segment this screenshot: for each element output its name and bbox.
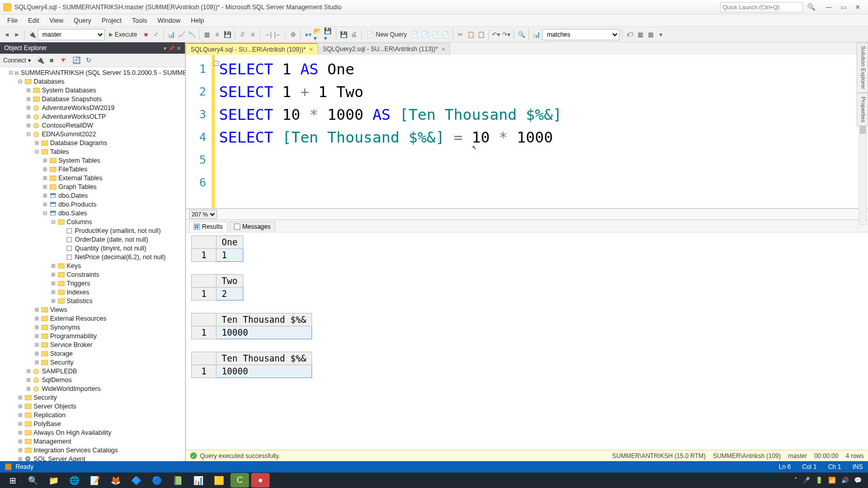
- tree-integration-services[interactable]: ⊞Integration Services Catalogs: [0, 446, 185, 454]
- tree-col-netprice[interactable]: NetPrice (decimal(6,2), not null): [0, 253, 185, 261]
- tree-system-tables[interactable]: ⊞System Tables: [0, 156, 185, 165]
- minimize-button[interactable]: —: [822, 2, 836, 13]
- tree-col-orderdate[interactable]: OrderDate (date, not null): [0, 235, 185, 244]
- stop-icon[interactable]: ■: [141, 30, 150, 39]
- results-text-icon[interactable]: ≡: [212, 30, 222, 39]
- parse-icon[interactable]: ✓: [151, 30, 161, 39]
- tree-adventureworksdw2019[interactable]: ⊞AdventureWorksDW2019: [0, 103, 185, 112]
- quick-launch-input[interactable]: [720, 2, 803, 12]
- taskbar-app1-icon[interactable]: 🟨: [210, 473, 228, 487]
- connection-icon[interactable]: 🔌: [27, 30, 37, 39]
- save-all-icon[interactable]: 💾: [339, 30, 348, 39]
- tree-filetables[interactable]: ⊞FileTables: [0, 165, 185, 174]
- taskbar-powerbi-icon[interactable]: 📊: [189, 473, 208, 487]
- result-header[interactable]: Ten Thousand $%&: [216, 313, 312, 326]
- refresh-icon[interactable]: 🔄: [72, 56, 81, 64]
- tray-mic-icon[interactable]: 🎤: [802, 477, 810, 484]
- outdent-icon[interactable]: |←: [273, 30, 283, 39]
- tree-database-snapshots[interactable]: ⊞Database Snapshots: [0, 95, 185, 103]
- live-stats-icon[interactable]: 📉: [187, 30, 196, 39]
- properties-collapsed[interactable]: Properties: [857, 93, 868, 126]
- nq2-icon[interactable]: 📄: [420, 30, 429, 39]
- comment-icon[interactable]: //: [238, 30, 247, 39]
- tree-database-diagrams[interactable]: ⊞Database Diagrams: [0, 138, 185, 147]
- start-button[interactable]: ⊞: [3, 473, 22, 487]
- tb-misc2-icon[interactable]: ▦: [636, 30, 645, 39]
- row-number[interactable]: 1: [192, 288, 216, 301]
- tree-external-resources[interactable]: ⊞External Resources: [0, 314, 185, 323]
- tree-statistics[interactable]: ⊞Statistics: [0, 296, 185, 305]
- tree-ednasummit2022[interactable]: ⊟EDNASummit2022: [0, 130, 185, 138]
- row-number[interactable]: 1: [192, 326, 216, 339]
- tray-battery-icon[interactable]: 🔋: [815, 477, 823, 484]
- close-icon[interactable]: ✕: [309, 46, 313, 52]
- close-button[interactable]: ✕: [850, 2, 865, 13]
- menu-edit[interactable]: Edit: [23, 15, 44, 26]
- tree-system-databases[interactable]: ⊞System Databases: [0, 86, 185, 95]
- tree-tables[interactable]: ⊟Tables: [0, 147, 185, 156]
- menu-help[interactable]: Help: [185, 15, 209, 26]
- tree-dbo-sales[interactable]: ⊟dbo.Sales: [0, 209, 185, 217]
- tree-replication[interactable]: ⊞Replication: [0, 411, 185, 419]
- tb-misc4-icon[interactable]: ▾: [656, 30, 665, 39]
- taskbar-search-icon[interactable]: 🔍: [24, 473, 42, 487]
- tree-adventureworksoltp[interactable]: ⊞AdventureWorksOLTP: [0, 112, 185, 121]
- open-icon[interactable]: 📂▾: [314, 30, 323, 39]
- messages-tab[interactable]: Messages: [229, 222, 275, 231]
- sync-icon[interactable]: ↻: [86, 56, 91, 64]
- taskbar-vscode-icon[interactable]: 🔷: [127, 473, 146, 487]
- tree-server-root[interactable]: ⊟🖥SUMMER\ANTRIKSH (SQL Server 15.0.2000.…: [0, 68, 185, 77]
- tree-security-db[interactable]: ⊞Security: [0, 358, 185, 367]
- options-icon[interactable]: ⚙: [288, 30, 298, 39]
- tree-col-productkey[interactable]: ProductKey (smallint, not null): [0, 226, 185, 235]
- tree-views[interactable]: ⊞Views: [0, 305, 185, 314]
- taskbar-excel-icon[interactable]: 📗: [168, 473, 187, 487]
- tab-sqlquery4[interactable]: SQLQuery4.sql - SU...ER\Antriksh (109))*…: [186, 43, 318, 55]
- tb-misc3-icon[interactable]: ▦: [646, 30, 655, 39]
- cut-icon[interactable]: ✂: [456, 30, 465, 39]
- tray-wifi-icon[interactable]: 📶: [828, 477, 836, 484]
- new-file-icon[interactable]: ●▾: [303, 30, 313, 39]
- back-icon[interactable]: ◄: [2, 30, 11, 39]
- redo-icon[interactable]: ↷▾: [502, 30, 511, 39]
- result-cell[interactable]: 10000: [216, 326, 312, 339]
- tree-sql-server-agent[interactable]: ⊞⚙SQL Server Agent: [0, 454, 185, 461]
- tree-triggers[interactable]: ⊞Triggers: [0, 279, 185, 288]
- tree-dbo-dates[interactable]: ⊞dbo.Dates: [0, 191, 185, 200]
- tree-storage[interactable]: ⊞Storage: [0, 349, 185, 358]
- tree-columns[interactable]: ⊟Columns: [0, 217, 185, 226]
- taskbar-chrome-icon[interactable]: 🔵: [148, 473, 166, 487]
- code-area[interactable]: - SELECT 1 AS One SELECT 1 + 1 Two SELEC…: [215, 55, 868, 208]
- activity-icon[interactable]: 📊: [532, 30, 541, 39]
- result-header[interactable]: Two: [216, 275, 243, 288]
- taskbar-recorder-icon[interactable]: ●: [251, 473, 270, 487]
- menu-file[interactable]: File: [2, 15, 23, 26]
- autohide-icon[interactable]: 📌: [168, 45, 175, 51]
- results-pane[interactable]: One 11 Two 12 Ten Thousand $%& 110000 Te…: [186, 232, 868, 450]
- fold-icon[interactable]: -: [214, 61, 219, 66]
- close-icon[interactable]: ✕: [441, 46, 445, 52]
- taskbar-edge-icon[interactable]: 🌐: [65, 473, 84, 487]
- tree-keys[interactable]: ⊞Keys: [0, 261, 185, 270]
- new-query-button[interactable]: New Query: [364, 29, 409, 40]
- undo-icon[interactable]: ↶▾: [491, 30, 501, 39]
- close-pane-icon[interactable]: ✕: [177, 45, 181, 51]
- tree-service-broker[interactable]: ⊞Service Broker: [0, 340, 185, 349]
- menu-view[interactable]: View: [44, 15, 69, 26]
- actual-plan-icon[interactable]: 📈: [177, 30, 186, 39]
- pin-icon[interactable]: ▾: [164, 45, 166, 51]
- result-header[interactable]: Ten Thousand $%&: [216, 352, 312, 365]
- tree-management[interactable]: ⊞Management: [0, 437, 185, 446]
- copy-icon[interactable]: 📋: [466, 30, 475, 39]
- tray-volume-icon[interactable]: 🔊: [841, 477, 849, 484]
- tree-always-on[interactable]: ⊞Always On High Availability: [0, 428, 185, 437]
- tree-contosoretaildw[interactable]: ⊞ContosoRetailDW: [0, 121, 185, 130]
- paste-icon[interactable]: 📋: [476, 30, 486, 39]
- tree-synonyms[interactable]: ⊞Synonyms: [0, 323, 185, 332]
- result-cell[interactable]: 10000: [216, 365, 312, 378]
- results-file-icon[interactable]: 💾: [223, 30, 232, 39]
- taskbar-explorer-icon[interactable]: 📁: [44, 473, 63, 487]
- tree-external-tables[interactable]: ⊞External Tables: [0, 174, 185, 182]
- tree-polybase[interactable]: ⊞PolyBase: [0, 419, 185, 428]
- results-tab[interactable]: Results: [189, 222, 227, 231]
